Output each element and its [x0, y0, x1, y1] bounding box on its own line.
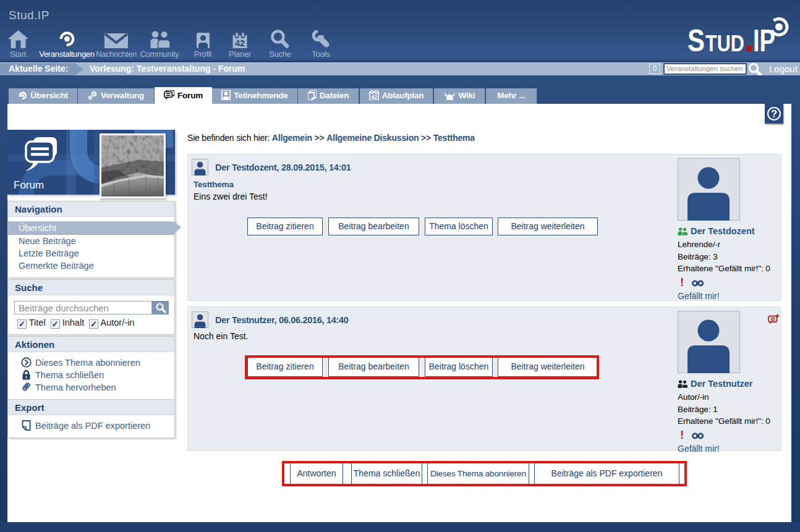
- svg-text:?: ?: [771, 108, 777, 119]
- svg-text:IP: IP: [753, 23, 775, 53]
- svg-text:42: 42: [235, 38, 245, 48]
- svg-text:42: 42: [371, 94, 377, 100]
- svg-text:TUD: TUD: [705, 31, 744, 53]
- svg-text:S: S: [687, 23, 705, 53]
